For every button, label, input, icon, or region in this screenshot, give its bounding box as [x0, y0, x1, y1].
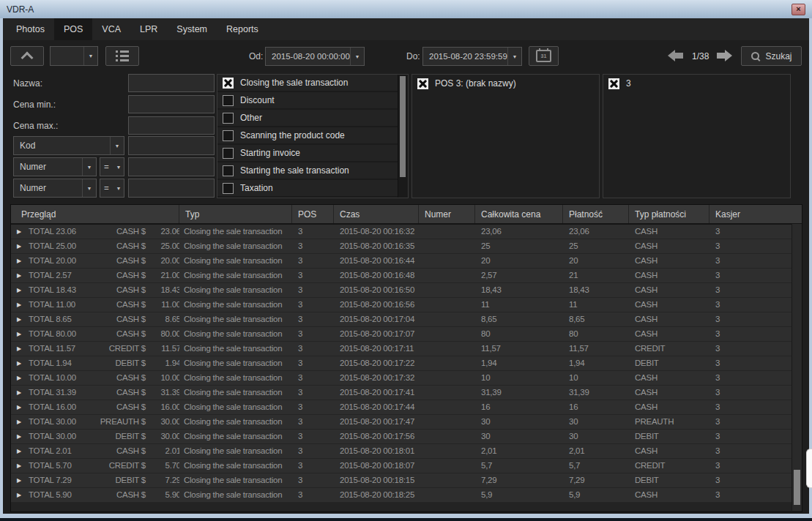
- table-row[interactable]: ▶TOTAL 1.94DEBIT $1.94Closing the sale t…: [11, 356, 791, 371]
- expand-row-icon[interactable]: ▶: [15, 488, 29, 502]
- scrollbar-thumb[interactable]: [400, 76, 406, 177]
- expand-row-icon[interactable]: ▶: [15, 356, 29, 370]
- table-row[interactable]: ▶TOTAL 11.00CASH $11.00Closing the sale …: [11, 298, 791, 312]
- table-row[interactable]: ▶TOTAL 31.39CASH $31.39Closing the sale …: [11, 386, 791, 400]
- host-scrollbar-thumb[interactable]: [806, 449, 812, 488]
- column-header[interactable]: Typ płatności: [629, 205, 709, 223]
- checkbox-checked-icon[interactable]: [223, 78, 234, 89]
- numer1-select[interactable]: Numer ▼: [13, 157, 97, 176]
- event-type-option[interactable]: Other: [217, 110, 398, 127]
- event-type-option[interactable]: Taxation: [217, 180, 398, 198]
- table-row[interactable]: ▶TOTAL 7.29DEBIT $7.29Closing the sale t…: [11, 473, 791, 488]
- checkbox-unchecked-icon[interactable]: [223, 165, 234, 176]
- event-type-option[interactable]: Starting invoice: [217, 145, 398, 162]
- column-header[interactable]: Przegląd: [11, 205, 179, 223]
- pos-option[interactable]: POS 3: (brak nazwy): [412, 75, 599, 92]
- table-row[interactable]: ▶TOTAL 5.70CREDIT $5.70Closing the sale …: [11, 459, 791, 473]
- search-button[interactable]: Szukaj: [741, 46, 802, 66]
- column-header[interactable]: Płatność: [563, 205, 629, 223]
- numer1-operator-select[interactable]: = ▼: [100, 157, 124, 176]
- checkbox-unchecked-icon[interactable]: [223, 183, 234, 194]
- tab-system[interactable]: System: [167, 18, 217, 40]
- checkbox-checked-icon[interactable]: [417, 78, 428, 89]
- checkbox-checked-icon[interactable]: [608, 78, 619, 89]
- date-from-select[interactable]: 2015-08-20 00:00:00 ▼: [265, 47, 365, 66]
- table-row[interactable]: ▶TOTAL 5.90CASH $5.90Closing the sale tr…: [11, 488, 791, 503]
- table-row[interactable]: ▶TOTAL 2.01CASH $2.01Closing the sale tr…: [11, 444, 791, 459]
- numer2-select[interactable]: Numer ▼: [13, 179, 97, 198]
- numer2-operator-select[interactable]: = ▼: [100, 179, 124, 198]
- view-select[interactable]: ▼: [50, 46, 98, 66]
- expand-row-icon[interactable]: ▶: [15, 239, 29, 253]
- table-row[interactable]: ▶TOTAL 16.00CASH $16.00Closing the sale …: [11, 400, 791, 415]
- expand-row-icon[interactable]: ▶: [15, 430, 29, 443]
- nazwa-input[interactable]: [128, 74, 215, 92]
- numer1-input[interactable]: [128, 157, 215, 176]
- column-header[interactable]: Czas: [334, 205, 419, 223]
- cell-przeglad: ▶TOTAL 7.29DEBIT $7.29: [11, 473, 179, 487]
- event-type-option[interactable]: Starting the sale transaction: [217, 162, 398, 180]
- expand-row-icon[interactable]: ▶: [15, 254, 29, 268]
- checkbox-unchecked-icon[interactable]: [223, 148, 234, 159]
- expand-row-icon[interactable]: ▶: [15, 298, 29, 312]
- tab-photos[interactable]: Photos: [7, 18, 54, 40]
- expand-row-icon[interactable]: ▶: [15, 386, 29, 400]
- column-header[interactable]: Całkowita cena: [475, 205, 563, 223]
- expand-row-icon[interactable]: ▶: [15, 371, 29, 385]
- numer2-input[interactable]: [128, 179, 215, 198]
- tab-vca[interactable]: VCA: [92, 18, 130, 40]
- tab-reports[interactable]: Reports: [217, 18, 268, 40]
- table-row[interactable]: ▶TOTAL 10.00CASH $10.00Closing the sale …: [11, 371, 791, 386]
- event-list-scrollbar[interactable]: [398, 75, 408, 198]
- expand-row-icon[interactable]: ▶: [15, 415, 29, 429]
- previous-page-button[interactable]: [668, 50, 685, 61]
- cashier-option[interactable]: 3: [603, 75, 790, 92]
- checkbox-unchecked-icon[interactable]: [223, 130, 234, 141]
- scrollbar-thumb[interactable]: [794, 470, 800, 505]
- checkbox-unchecked-icon[interactable]: [223, 95, 234, 106]
- cena-max-input[interactable]: [128, 116, 215, 135]
- column-header[interactable]: Numer: [419, 205, 475, 223]
- row-payment-method: CREDIT $: [94, 459, 146, 473]
- expand-row-icon[interactable]: ▶: [15, 444, 29, 458]
- tab-lpr[interactable]: LPR: [130, 18, 167, 40]
- close-button[interactable]: ×: [791, 4, 805, 15]
- table-row[interactable]: ▶TOTAL 20.00CASH $20.00Closing the sale …: [11, 254, 791, 269]
- expand-row-icon[interactable]: ▶: [15, 283, 29, 297]
- expand-row-icon[interactable]: ▶: [15, 225, 29, 239]
- event-type-option[interactable]: Discount: [217, 92, 398, 110]
- kod-input[interactable]: [128, 136, 215, 155]
- expand-row-icon[interactable]: ▶: [15, 459, 29, 473]
- checkbox-unchecked-icon[interactable]: [223, 113, 234, 124]
- table-row[interactable]: ▶TOTAL 30.00DEBIT $30.00Closing the sale…: [11, 430, 791, 444]
- expand-row-icon[interactable]: ▶: [15, 269, 29, 282]
- table-row[interactable]: ▶TOTAL 25.00CASH $25.00Closing the sale …: [11, 239, 791, 254]
- event-type-option[interactable]: Closing the sale transaction: [217, 75, 398, 92]
- next-page-button[interactable]: [715, 50, 732, 61]
- event-type-option[interactable]: Scanning the product code: [217, 127, 398, 145]
- cena-min-input[interactable]: [128, 95, 215, 113]
- tab-pos[interactable]: POS: [54, 18, 92, 40]
- date-to-select[interactable]: 2015-08-20 23:59:59 ▼: [422, 47, 522, 66]
- table-row[interactable]: ▶TOTAL 2.57CASH $21.00Closing the sale t…: [11, 269, 791, 283]
- table-row[interactable]: ▶TOTAL 18.43CASH $18.43Closing the sale …: [11, 283, 791, 298]
- calendar-button[interactable]: 31: [529, 46, 559, 66]
- expand-row-icon[interactable]: ▶: [15, 400, 29, 414]
- expand-row-icon[interactable]: ▶: [15, 327, 29, 341]
- expand-row-icon[interactable]: ▶: [15, 342, 29, 356]
- table-row[interactable]: ▶TOTAL 23.06CASH $23.06Closing the sale …: [11, 225, 791, 239]
- collapse-filters-button[interactable]: [10, 46, 44, 66]
- cell-pos: 3: [292, 356, 334, 370]
- expand-row-icon[interactable]: ▶: [15, 312, 29, 326]
- column-header[interactable]: POS: [292, 205, 334, 223]
- list-view-button[interactable]: [105, 46, 139, 66]
- table-row[interactable]: ▶TOTAL 30.00PREAUTH $30.00Closing the sa…: [11, 415, 791, 430]
- table-row[interactable]: ▶TOTAL 8.65CASH $8.65Closing the sale tr…: [11, 312, 791, 327]
- expand-row-icon[interactable]: ▶: [15, 473, 29, 487]
- column-header[interactable]: Typ: [179, 205, 292, 223]
- table-row[interactable]: ▶TOTAL 80.00CASH $80.00Closing the sale …: [11, 327, 791, 342]
- column-header[interactable]: Kasjer: [709, 205, 802, 223]
- table-scrollbar[interactable]: [791, 224, 802, 511]
- kod-select[interactable]: Kod ▼: [13, 136, 124, 155]
- table-row[interactable]: ▶TOTAL 11.57CREDIT $11.57Closing the sal…: [11, 342, 791, 356]
